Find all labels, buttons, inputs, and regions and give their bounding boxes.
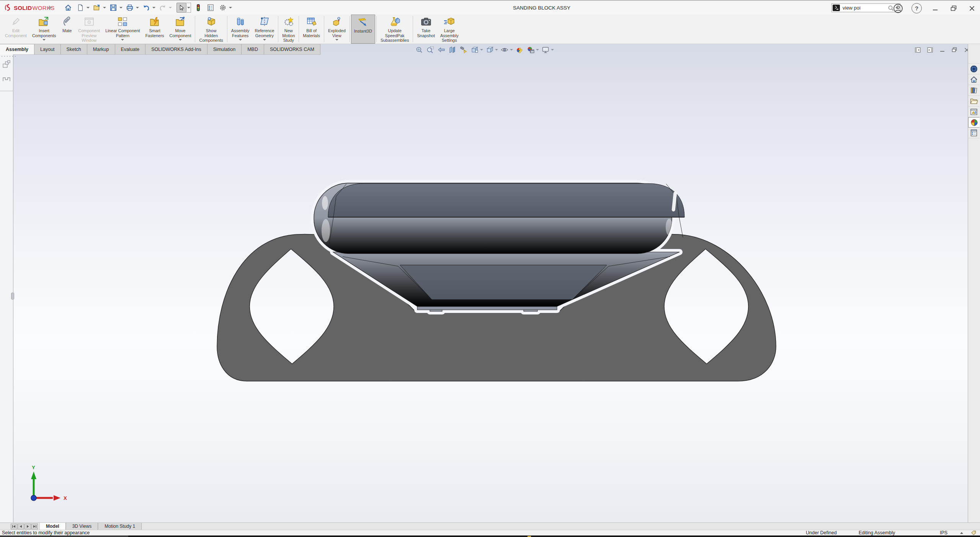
pane-previous-button[interactable] (914, 46, 921, 53)
tab-assembly[interactable]: Assembly (0, 44, 34, 54)
search-box[interactable] (831, 3, 900, 12)
ribbon-button-bill-of-materials[interactable]: Bill of Materials (300, 15, 323, 44)
previous-view-button[interactable] (437, 45, 446, 54)
undo-button[interactable] (141, 3, 151, 13)
ribbon-button-show-hidden-components[interactable]: Show Hidden Components (196, 15, 225, 44)
save-button[interactable] (108, 3, 118, 13)
tab-layout[interactable]: Layout (34, 44, 61, 54)
options-button[interactable] (218, 3, 228, 13)
view-settings-button[interactable] (541, 45, 550, 54)
panel-grab-handle[interactable] (2, 56, 16, 57)
exploded-view-dropdown-icon[interactable] (335, 39, 338, 41)
redo-dropdown-icon (169, 7, 172, 8)
task-pane-file-explorer-button[interactable] (968, 96, 980, 106)
new-document-button[interactable] (75, 3, 85, 13)
doc-restore-button[interactable] (951, 46, 958, 53)
minimize-button[interactable] (930, 4, 940, 13)
splitter-handle[interactable] (11, 293, 14, 300)
assembly-features-dropdown-icon[interactable] (239, 39, 242, 41)
ribbon-button-smart-fasteners[interactable]: Smart Fasteners (143, 15, 167, 44)
task-pane-custom-properties-button[interactable] (968, 128, 980, 138)
zoom-to-fit-button[interactable] (415, 45, 424, 54)
task-pane-resources-button[interactable] (968, 74, 980, 85)
motion-tree-icon[interactable] (2, 74, 11, 83)
ribbon-button-reference-geometry[interactable]: Reference Geometry (252, 15, 277, 44)
open-dropdown-icon[interactable] (103, 7, 106, 8)
view-settings-dropdown-icon[interactable] (551, 49, 554, 51)
task-pane-appearances-button[interactable] (968, 117, 980, 128)
print-dropdown-icon[interactable] (136, 7, 139, 8)
apply-scene-button[interactable] (526, 45, 535, 54)
first-tab-button[interactable] (11, 524, 17, 529)
redo-button[interactable] (158, 3, 168, 13)
task-pane-3dexperience-button[interactable] (968, 64, 980, 74)
close-button[interactable] (967, 4, 977, 13)
open-button[interactable] (92, 3, 102, 13)
ribbon-button-large-assembly-settings[interactable]: Large Assembly Settings (438, 15, 461, 44)
move-component-dropdown-icon[interactable] (179, 39, 182, 41)
search-input[interactable] (842, 5, 887, 11)
tab-markup[interactable]: Markup (87, 44, 115, 54)
ribbon-button-update-speedpak[interactable]: Update SpeedPak Subassemblies (378, 15, 412, 44)
menu-expander-icon[interactable] (49, 5, 52, 10)
tab-model[interactable]: Model (39, 523, 66, 530)
login-button[interactable] (893, 4, 903, 13)
hide-show-items-button[interactable] (500, 45, 509, 54)
edit-appearance-button[interactable] (515, 45, 524, 54)
view-orientation-dropdown-icon[interactable] (480, 49, 483, 51)
select-tool-button[interactable] (176, 3, 186, 13)
doc-minimize-button[interactable] (939, 46, 946, 53)
select-tool-dropdown[interactable] (186, 3, 191, 13)
previous-tab-button[interactable] (18, 524, 24, 529)
undo-dropdown-icon[interactable] (152, 7, 155, 8)
ribbon-button-linear-component-pattern[interactable]: Linear Component Pattern (103, 15, 143, 44)
zoom-to-area-button[interactable] (426, 45, 435, 54)
units-dropdown-icon[interactable] (960, 532, 963, 534)
view-orientation-button[interactable] (470, 45, 479, 54)
ribbon-button-take-snapshot[interactable]: Take Snapshot (414, 15, 437, 44)
tab-sketch[interactable]: Sketch (61, 44, 87, 54)
insert-components-dropdown-icon[interactable] (42, 39, 46, 41)
tag-icon[interactable] (971, 530, 977, 536)
display-style-dropdown-icon[interactable] (495, 49, 498, 51)
linear-component-pattern-dropdown-icon[interactable] (121, 39, 124, 41)
tab-solidworks-addins[interactable]: SOLIDWORKS Add-Ins (145, 44, 207, 54)
save-dropdown-icon[interactable] (119, 7, 122, 8)
restore-button[interactable] (949, 4, 959, 13)
reference-geometry-dropdown-icon[interactable] (263, 39, 266, 41)
ribbon-button-insert-components[interactable]: Insert Components (29, 15, 59, 44)
section-view-button[interactable] (448, 45, 457, 54)
task-pane-view-palette-button[interactable] (968, 106, 980, 117)
options-dropdown-icon[interactable] (229, 7, 232, 8)
ribbon-button-exploded-view[interactable]: Exploded View (325, 15, 348, 44)
apply-scene-dropdown-icon[interactable] (536, 49, 539, 51)
rebuild-button[interactable] (193, 3, 203, 13)
tab-3d-views[interactable]: 3D Views (66, 523, 98, 530)
tab-simulation[interactable]: Simulation (207, 44, 242, 54)
tab-motion-study-1[interactable]: Motion Study 1 (98, 523, 142, 530)
dynamic-annotation-views-button[interactable] (459, 45, 468, 54)
tab-solidworks-cam[interactable]: SOLIDWORKS CAM (264, 44, 320, 54)
tab-mbd[interactable]: MBD (242, 44, 264, 54)
hide-show-items-dropdown-icon[interactable] (510, 49, 513, 51)
ribbon-button-instant3d[interactable]: Instant3D (351, 15, 375, 44)
ribbon-button-mate[interactable]: Mate (59, 15, 75, 44)
units-selector[interactable]: IPS (940, 530, 947, 535)
home-button[interactable] (63, 3, 73, 13)
assembly-tree-icon[interactable] (2, 60, 11, 70)
ribbon-button-assembly-features[interactable]: Assembly Features (229, 15, 252, 44)
feature-manager-collapsed-panel[interactable] (0, 54, 13, 522)
next-tab-button[interactable] (24, 524, 31, 529)
file-properties-button[interactable] (206, 3, 216, 13)
task-pane-design-library-button[interactable] (968, 85, 980, 96)
ribbon-button-new-motion-study[interactable]: New Motion Study (279, 15, 297, 44)
help-button[interactable]: ? (911, 3, 922, 13)
new-document-dropdown-icon[interactable] (87, 7, 90, 8)
last-tab-button[interactable] (31, 524, 38, 529)
pane-next-button[interactable] (926, 46, 933, 53)
tab-evaluate[interactable]: Evaluate (115, 44, 146, 54)
model-sanding-block-assembly[interactable]: Y X (0, 44, 980, 522)
display-style-button[interactable] (485, 45, 494, 54)
print-button[interactable] (125, 3, 135, 13)
ribbon-button-move-component[interactable]: Move Component (167, 15, 194, 44)
